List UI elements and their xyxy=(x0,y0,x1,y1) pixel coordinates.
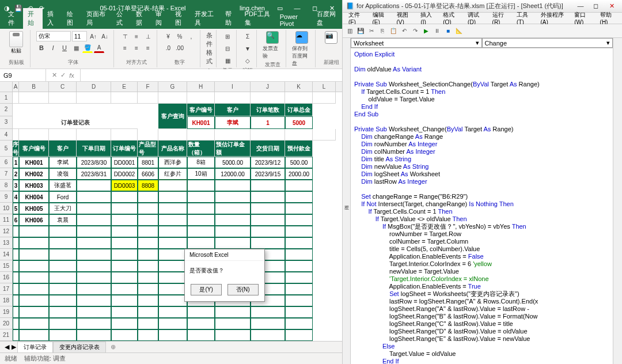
enter-icon[interactable]: ✓ xyxy=(60,71,66,79)
empty-cell[interactable] xyxy=(285,283,313,295)
data-cell[interactable] xyxy=(77,203,111,214)
data-cell[interactable] xyxy=(158,191,187,203)
empty-cell[interactable] xyxy=(138,249,158,260)
empty-cell[interactable] xyxy=(215,318,251,329)
data-cell[interactable] xyxy=(187,191,215,203)
empty-cell[interactable] xyxy=(13,295,19,306)
data-cell[interactable] xyxy=(187,180,215,191)
empty-cell[interactable] xyxy=(19,295,49,306)
data-cell[interactable]: 红参片 xyxy=(158,168,187,180)
save-to-baidu-button[interactable]: ☁保存到百度网盘 xyxy=(292,31,312,67)
data-cell[interactable]: 西洋参 xyxy=(158,157,187,168)
data-cell[interactable]: DD0001 xyxy=(111,157,138,168)
font-name-select[interactable]: 仿宋 xyxy=(36,31,71,41)
vba-run-icon[interactable]: ▶ xyxy=(422,26,431,36)
empty-cell[interactable] xyxy=(77,329,111,341)
empty-cell[interactable] xyxy=(77,226,111,237)
empty-cell[interactable] xyxy=(158,306,187,318)
fill-color-icon[interactable]: 🪣 xyxy=(82,43,93,53)
cell[interactable] xyxy=(285,129,313,141)
empty-cell[interactable] xyxy=(285,249,313,260)
empty-cell[interactable] xyxy=(158,260,187,272)
cell[interactable] xyxy=(111,92,138,104)
empty-cell[interactable] xyxy=(111,260,138,272)
cell[interactable] xyxy=(215,129,251,141)
ribbon-tab-5[interactable]: 公式 xyxy=(112,8,131,29)
row-header[interactable]: 17 xyxy=(0,283,13,295)
table-header-cell[interactable]: 产品名称 xyxy=(158,141,187,157)
empty-cell[interactable] xyxy=(77,318,111,329)
empty-cell[interactable] xyxy=(215,226,251,237)
column-header[interactable]: H xyxy=(187,82,215,92)
empty-cell[interactable] xyxy=(49,260,77,272)
cell[interactable] xyxy=(158,92,187,104)
data-cell[interactable] xyxy=(215,214,251,226)
empty-cell[interactable] xyxy=(13,260,19,272)
data-cell[interactable]: 2 xyxy=(13,168,19,180)
data-cell[interactable] xyxy=(158,180,187,191)
data-cell[interactable] xyxy=(285,191,313,203)
data-cell[interactable] xyxy=(111,203,138,214)
row-header[interactable]: 7 xyxy=(0,168,13,180)
empty-cell[interactable] xyxy=(138,272,158,283)
empty-cell[interactable] xyxy=(187,306,215,318)
empty-cell[interactable] xyxy=(285,295,313,306)
cell[interactable] xyxy=(285,92,313,104)
data-cell[interactable] xyxy=(111,214,138,226)
empty-cell[interactable] xyxy=(251,306,285,318)
cell[interactable] xyxy=(215,92,251,104)
vba-reset-icon[interactable]: ■ xyxy=(443,26,453,36)
data-cell[interactable]: 2000.00 xyxy=(285,168,313,180)
empty-cell[interactable] xyxy=(251,226,285,237)
delete-icon[interactable]: ⊟ xyxy=(222,43,233,54)
table-header-cell[interactable]: 序号 xyxy=(13,141,19,157)
row-header[interactable]: 15 xyxy=(0,260,13,272)
row-header[interactable]: 2 xyxy=(0,104,13,116)
data-cell[interactable] xyxy=(285,203,313,214)
worksheet-grid[interactable]: ABCDEFGHIJKL 12客户查询客户编号客户订单笔数订单总金3订单登记表K… xyxy=(0,82,342,341)
empty-cell[interactable] xyxy=(19,272,49,283)
table-header-cell[interactable]: 下单日期 xyxy=(77,141,111,157)
empty-cell[interactable] xyxy=(285,306,313,318)
data-cell[interactable]: 8801 xyxy=(138,157,158,168)
data-cell[interactable] xyxy=(215,203,251,214)
clear-icon[interactable]: ◇ xyxy=(242,55,253,66)
data-cell[interactable]: 500.00 xyxy=(285,157,313,168)
sheet-nav-next-icon[interactable]: ▶ xyxy=(12,343,16,351)
empty-cell[interactable] xyxy=(138,318,158,329)
column-header[interactable]: J xyxy=(251,82,285,92)
data-cell[interactable]: 袁晨 xyxy=(49,214,77,226)
cell[interactable] xyxy=(187,92,215,104)
vba-vertical-scrollbar[interactable] xyxy=(613,38,622,364)
align-right-icon[interactable]: ≡ xyxy=(143,43,153,53)
ribbon-tab-0[interactable]: 文件 xyxy=(3,8,23,29)
vba-code-editor[interactable]: Option Explicit Dim oldValue As Variant … xyxy=(351,48,613,364)
data-cell[interactable]: KH004 xyxy=(19,191,49,203)
empty-cell[interactable] xyxy=(13,283,19,295)
ribbon-tab-9[interactable]: 开发工具 xyxy=(190,8,220,29)
align-middle-icon[interactable]: ≡ xyxy=(131,31,142,41)
data-cell[interactable]: 2023/8/30 xyxy=(77,157,111,168)
empty-cell[interactable] xyxy=(111,237,138,249)
data-cell[interactable]: KH002 xyxy=(19,168,49,180)
empty-cell[interactable] xyxy=(13,318,19,329)
empty-cell[interactable] xyxy=(158,295,187,306)
empty-cell[interactable] xyxy=(13,249,19,260)
column-header[interactable]: E xyxy=(111,82,138,92)
row-header[interactable]: 3 xyxy=(0,116,13,129)
row-header[interactable]: 8 xyxy=(0,180,13,191)
empty-cell[interactable] xyxy=(13,237,19,249)
vba-break-icon[interactable]: ⏸ xyxy=(433,26,442,36)
empty-cell[interactable] xyxy=(13,226,19,237)
data-cell[interactable] xyxy=(158,203,187,214)
data-cell[interactable] xyxy=(251,180,285,191)
column-header[interactable]: F xyxy=(138,82,158,92)
vba-undo-icon[interactable]: ↶ xyxy=(400,26,409,36)
ribbon-tab-8[interactable]: 视图 xyxy=(170,8,190,29)
empty-cell[interactable] xyxy=(215,306,251,318)
empty-cell[interactable] xyxy=(49,237,77,249)
empty-cell[interactable] xyxy=(19,306,49,318)
table-header-cell[interactable]: 客户编号 xyxy=(19,141,49,157)
underline-icon[interactable]: U xyxy=(59,43,70,53)
data-cell[interactable]: 10箱 xyxy=(187,168,215,180)
